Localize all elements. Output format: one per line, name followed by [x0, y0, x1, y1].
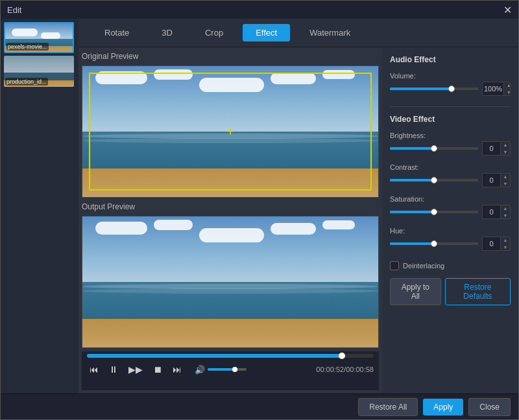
controls-row: ⏮ ⏸ ▶▶ ⏹ ⏭ 🔊 [87, 363, 374, 376]
contrast-label: Contrast: [390, 163, 511, 171]
apply-button[interactable]: Apply [423, 399, 463, 415]
deinterlacing-label: Deinterlacing [403, 262, 444, 270]
hue-label: Hue: [390, 227, 511, 235]
volume-up-button[interactable]: ▲ [504, 82, 511, 89]
brightness-spinner: ▲ ▼ [500, 141, 510, 156]
brightness-value-box: 0 ▲ ▼ [482, 141, 511, 156]
video-effect-title: Video Effect [390, 115, 511, 124]
brightness-slider[interactable] [390, 147, 478, 150]
sidebar-item-0[interactable]: pexels-movie... [4, 22, 74, 53]
hue-down-button[interactable]: ▼ [501, 244, 510, 251]
hue-thumb[interactable] [431, 240, 437, 247]
play-pause-button[interactable]: ⏸ [106, 363, 121, 376]
saturation-label: Saturation: [390, 195, 511, 203]
contrast-value-box: 0 ▲ ▼ [482, 173, 511, 187]
bottom-bar: Restore All Apply Close [1, 393, 518, 419]
volume-slider-row: 100% ▲ ▼ [390, 82, 511, 96]
deinterlacing-row: Deinterlacing [390, 261, 511, 270]
volume-slider-thumb[interactable] [448, 86, 455, 92]
right-panel: Audio Effect Volume: 100% ▲ [382, 47, 518, 393]
saturation-down-button[interactable]: ▼ [501, 212, 510, 219]
sidebar-label-0: pexels-movie... [6, 43, 49, 51]
sidebar-item-1[interactable]: production_id... [4, 56, 74, 87]
brightness-row: Brightness: 0 ▲ ▼ [390, 132, 511, 156]
saturation-value-box: 0 ▲ ▼ [482, 205, 511, 219]
tab-crop[interactable]: Crop [192, 24, 236, 41]
hue-up-button[interactable]: ▲ [501, 237, 510, 244]
brightness-down-button[interactable]: ▼ [501, 148, 510, 156]
saturation-value: 0 [483, 208, 500, 216]
tab-effect[interactable]: Effect [243, 24, 290, 41]
stop-button[interactable]: ⏹ [151, 363, 165, 376]
brightness-label: Brightness: [390, 132, 511, 139]
volume-fill [208, 368, 235, 371]
tab-watermark[interactable]: Watermark [296, 24, 363, 41]
volume-thumb[interactable] [232, 367, 237, 372]
sidebar: pexels-movie... production_id... [1, 19, 78, 393]
volume-area: 🔊 [195, 365, 247, 375]
progress-fill [87, 354, 342, 358]
tabs-bar: Rotate 3D Crop Effect Watermark [78, 19, 518, 47]
saturation-up-button[interactable]: ▲ [501, 205, 510, 212]
apply-all-row: Apply to All Restore Defaults [390, 278, 511, 305]
saturation-spinner: ▲ ▼ [500, 205, 510, 219]
restore-all-button[interactable]: Restore All [358, 398, 418, 416]
volume-slider[interactable] [208, 368, 247, 371]
output-preview [82, 216, 379, 348]
hue-slider[interactable] [390, 242, 478, 245]
progress-bar[interactable] [87, 354, 374, 358]
brightness-value: 0 [483, 145, 500, 152]
hue-row: Hue: 0 ▲ ▼ [390, 227, 511, 251]
original-preview: + [82, 65, 379, 198]
skip-back-button[interactable]: ⏮ [87, 363, 101, 376]
volume-slider-track[interactable] [390, 88, 478, 90]
audio-effect-title: Audio Effect [390, 55, 511, 64]
brightness-up-button[interactable]: ▲ [501, 141, 510, 148]
content-area: Rotate 3D Crop Effect Watermark Original… [78, 19, 518, 393]
edit-window: Edit ✕ pexels-movie... [0, 0, 519, 420]
title-bar: Edit ✕ [1, 1, 518, 19]
skip-forward-button[interactable]: ⏭ [170, 363, 184, 376]
saturation-row: Saturation: 0 ▲ ▼ [390, 195, 511, 219]
hue-spinner: ▲ ▼ [500, 237, 510, 251]
contrast-down-button[interactable]: ▼ [501, 180, 510, 187]
time-display: 00:00:52/00:00:58 [316, 366, 374, 373]
volume-icon: 🔊 [195, 365, 205, 375]
preview-area: Original Preview [78, 47, 382, 393]
brightness-thumb[interactable] [431, 145, 437, 152]
close-window-button[interactable]: ✕ [503, 4, 512, 16]
close-button[interactable]: Close [468, 398, 511, 416]
hue-value: 0 [483, 240, 500, 248]
apply-to-all-button[interactable]: Apply to All [390, 278, 441, 305]
main-area: pexels-movie... production_id... Rotate … [1, 19, 518, 393]
player-controls: ⏮ ⏸ ▶▶ ⏹ ⏭ 🔊 [82, 351, 379, 390]
deinterlacing-checkbox[interactable] [390, 261, 399, 270]
contrast-up-button[interactable]: ▲ [501, 173, 510, 180]
window-title: Edit [7, 5, 21, 15]
progress-thumb[interactable] [339, 353, 345, 359]
hue-value-box: 0 ▲ ▼ [482, 237, 511, 251]
original-preview-label: Original Preview [82, 51, 379, 62]
contrast-value: 0 [483, 176, 500, 184]
divider-1 [390, 106, 511, 107]
volume-value: 100% [483, 85, 503, 93]
volume-value-box: 100% ▲ ▼ [482, 82, 511, 96]
sidebar-label-1: production_id... [5, 78, 48, 86]
tab-rotate[interactable]: Rotate [91, 24, 142, 41]
contrast-row: Contrast: 0 ▲ ▼ [390, 163, 511, 187]
volume-row: Volume: 100% ▲ ▼ [390, 72, 511, 96]
editor-area: Original Preview [78, 47, 518, 393]
restore-defaults-button[interactable]: Restore Defaults [445, 278, 511, 305]
saturation-slider[interactable] [390, 211, 478, 213]
volume-spinner: ▲ ▼ [503, 82, 511, 96]
contrast-spinner: ▲ ▼ [500, 173, 510, 187]
volume-label: Volume: [390, 72, 511, 80]
output-preview-label: Output Preview [82, 201, 379, 213]
saturation-thumb[interactable] [431, 209, 437, 215]
volume-down-button[interactable]: ▼ [504, 89, 511, 96]
contrast-slider[interactable] [390, 179, 478, 181]
tab-3d[interactable]: 3D [149, 24, 186, 41]
play-forward-button[interactable]: ▶▶ [126, 363, 145, 376]
contrast-thumb[interactable] [431, 177, 437, 183]
